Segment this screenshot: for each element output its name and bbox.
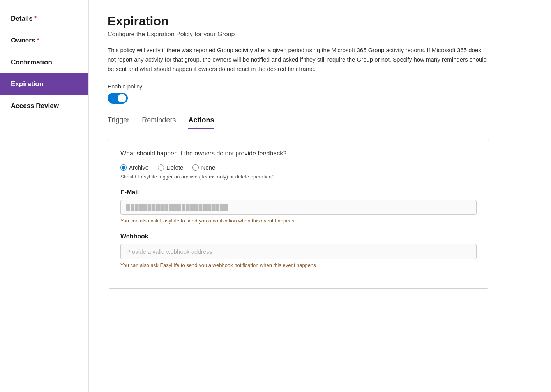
radio-hint: Should EasyLife trigger an archive (Team…: [120, 174, 477, 180]
webhook-input[interactable]: [120, 244, 477, 259]
sidebar-item-access-review[interactable]: Access Review: [0, 95, 88, 117]
details-required-star: *: [34, 15, 37, 22]
radio-none-input[interactable]: [192, 164, 199, 171]
email-input-display: ████████████████████████: [120, 200, 477, 215]
email-section-label: E-Mail: [120, 189, 477, 196]
action-radio-group: Archive Delete None: [120, 164, 477, 171]
actions-content-card: What should happen if the owners do not …: [108, 139, 489, 289]
webhook-section-label: Webhook: [120, 233, 477, 240]
enable-policy-label: Enable policy: [108, 83, 532, 90]
radio-archive[interactable]: Archive: [120, 164, 148, 171]
enable-policy-container: Enable policy: [108, 83, 532, 105]
enable-policy-toggle[interactable]: [108, 93, 128, 104]
radio-archive-input[interactable]: [120, 164, 127, 171]
main-content: Expiration Configure the Expiration Poli…: [89, 0, 551, 392]
page-subtitle: Configure the Expiration Policy for your…: [108, 31, 532, 38]
tab-reminders[interactable]: Reminders: [142, 116, 176, 129]
sidebar-item-details[interactable]: Details*: [0, 8, 88, 30]
toggle-slider: [108, 93, 128, 104]
webhook-hint: You can also ask EasyLife to send you a …: [120, 262, 477, 268]
tabs-container: Trigger Reminders Actions: [108, 116, 532, 129]
radio-delete-input[interactable]: [158, 164, 164, 171]
owners-required-star: *: [37, 37, 39, 44]
page-description: This policy will verify if there was rep…: [108, 46, 489, 74]
feedback-question: What should happen if the owners do not …: [120, 150, 477, 157]
tab-actions[interactable]: Actions: [188, 116, 214, 129]
radio-none[interactable]: None: [192, 164, 215, 171]
radio-delete[interactable]: Delete: [158, 164, 183, 171]
page-title: Expiration: [108, 14, 532, 28]
sidebar: Details* Owners* Confirmation Expiration…: [0, 0, 89, 392]
email-hint: You can also ask EasyLife to send you a …: [120, 218, 477, 224]
sidebar-item-confirmation[interactable]: Confirmation: [0, 51, 88, 73]
sidebar-item-owners[interactable]: Owners*: [0, 30, 88, 51]
sidebar-item-expiration[interactable]: Expiration: [0, 73, 88, 95]
tab-trigger[interactable]: Trigger: [108, 116, 129, 129]
